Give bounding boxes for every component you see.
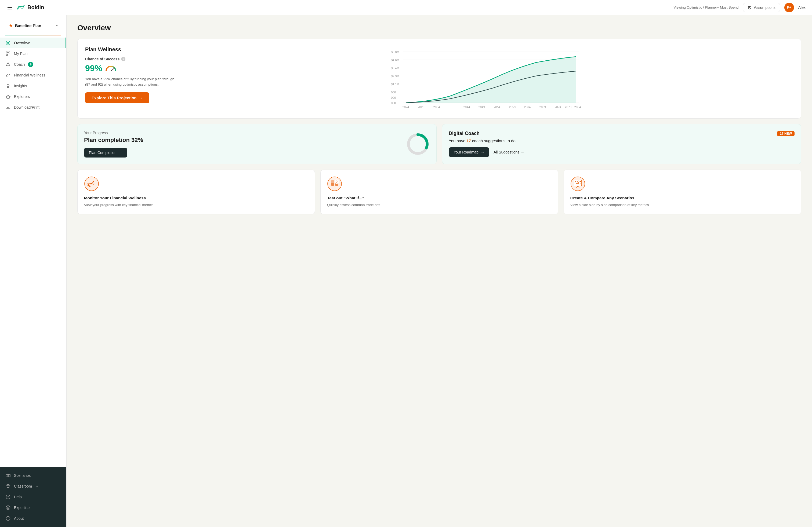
plan-completion-button[interactable]: Plan Completion →	[84, 148, 127, 157]
sidebar: ★ Baseline Plan ▾ Overview My Plan	[0, 15, 67, 527]
svg-point-5	[749, 8, 750, 9]
user-avatar[interactable]: P+	[784, 3, 794, 12]
feature-desc: View a side side by side comparison of k…	[570, 202, 795, 208]
sidebar-item-myplan[interactable]: My Plan	[0, 48, 66, 59]
svg-rect-8	[6, 52, 8, 53]
svg-text:$4.6M: $4.6M	[391, 59, 399, 62]
financial-wellness-icon	[5, 73, 11, 78]
sidebar-item-classroom[interactable]: Classroom ↗	[0, 481, 66, 492]
sidebar-item-scenarios[interactable]: Scenarios	[0, 470, 66, 481]
plan-wellness-card: Plan Wellness Chance of Success i 99%	[77, 39, 801, 119]
svg-point-23	[7, 507, 9, 509]
progress-value: Plan completion 32%	[84, 137, 400, 144]
wellness-chart: $5.8M $4.6M $3.4M $2.3M $1.1M 000 000 00…	[176, 46, 794, 111]
svg-text:$5.8M: $5.8M	[391, 50, 399, 54]
plan-star-icon: ★	[9, 22, 13, 28]
features-row: Monitor Your Financial Wellness View you…	[77, 169, 801, 214]
nav-right: Viewing Optimistic / Planner+ Must Spend…	[673, 3, 806, 12]
coach-icon	[5, 62, 11, 67]
user-initials: P+	[787, 5, 791, 10]
chevron-down-icon: ▾	[56, 24, 58, 27]
svg-text:i: i	[8, 517, 8, 520]
arrow-icon: →	[520, 150, 524, 154]
coach-title: Digital Coach	[449, 131, 480, 136]
info-icon[interactable]: i	[121, 57, 126, 61]
sidebar-item-financial-wellness[interactable]: Financial Wellness	[0, 70, 66, 80]
sidebar-item-download[interactable]: Download/Print	[0, 102, 66, 113]
wellness-description: You have a 99% chance of fully funding y…	[85, 76, 176, 87]
progress-info: Your Progress Plan completion 32% Plan C…	[84, 131, 400, 157]
svg-text:2029: 2029	[418, 105, 424, 109]
svg-rect-17	[6, 475, 8, 477]
sidebar-item-label: Expertise	[14, 506, 30, 510]
svg-text:2069: 2069	[539, 105, 546, 109]
donut-chart	[406, 132, 430, 156]
assumptions-button[interactable]: Assumptions	[743, 3, 780, 12]
coach-actions: Your Roadmap → All Suggestions →	[449, 147, 795, 157]
coach-badge: 6	[28, 62, 33, 67]
svg-rect-60	[331, 180, 334, 183]
coach-description: You have 17 coach suggestions to do.	[449, 138, 795, 143]
progress-label: Your Progress	[84, 131, 400, 135]
insights-icon	[5, 83, 11, 89]
explore-projection-button[interactable]: Explore This Projection →	[85, 92, 149, 103]
financial-feature-icon	[84, 176, 99, 191]
svg-text:2074: 2074	[555, 105, 561, 109]
user-name[interactable]: Alex	[798, 5, 806, 10]
svg-text:2034: 2034	[433, 105, 440, 109]
menu-button[interactable]	[6, 4, 13, 11]
coach-header: Digital Coach 17 NEW	[449, 131, 795, 136]
svg-rect-18	[8, 475, 10, 477]
scenarios-icon	[5, 473, 11, 478]
sidebar-item-label: Help	[14, 495, 22, 499]
sidebar-item-about[interactable]: i About	[0, 513, 66, 524]
svg-text:$1.1M: $1.1M	[391, 82, 399, 86]
logo: Boldin	[17, 3, 44, 12]
feature-title: Create & Compare Any Scenarios	[570, 196, 795, 200]
feature-desc: Quickly assess common trade offs	[327, 202, 551, 208]
sidebar-item-overview[interactable]: Overview	[0, 37, 66, 48]
svg-text:2064: 2064	[524, 105, 531, 109]
plan-underline	[5, 35, 61, 35]
svg-point-57	[328, 177, 342, 191]
svg-text:000: 000	[391, 91, 396, 94]
arrow-icon: →	[119, 151, 122, 155]
assumptions-label: Assumptions	[754, 5, 775, 10]
overview-icon	[5, 40, 11, 46]
svg-point-69	[580, 181, 581, 182]
gauge-icon	[105, 65, 117, 72]
plan-selector[interactable]: ★ Baseline Plan ▾	[3, 19, 63, 32]
download-icon	[5, 105, 11, 110]
sidebar-item-coach[interactable]: Coach 6	[0, 59, 66, 70]
all-suggestions-link[interactable]: All Suggestions →	[494, 150, 524, 154]
roadmap-button[interactable]: Your Roadmap →	[449, 147, 489, 157]
feature-title: Monitor Your Financial Wellness	[84, 196, 308, 200]
svg-text:?: ?	[336, 180, 338, 183]
top-nav: Boldin Viewing Optimistic / Planner+ Mus…	[0, 0, 812, 15]
svg-text:2059: 2059	[509, 105, 516, 109]
sidebar-item-insights[interactable]: Insights	[0, 80, 66, 91]
coach-highlight: 17	[466, 138, 471, 143]
your-progress-card: Your Progress Plan completion 32% Plan C…	[77, 124, 437, 164]
sidebar-item-help[interactable]: ? Help	[0, 492, 66, 502]
svg-point-15	[7, 84, 9, 86]
svg-point-22	[6, 506, 10, 510]
chance-of-success-label: Chance of Success i	[85, 57, 176, 61]
svg-text:$3.4M: $3.4M	[391, 66, 399, 70]
app-name: Boldin	[27, 4, 44, 11]
svg-point-70	[580, 183, 581, 184]
classroom-icon	[5, 483, 11, 489]
svg-point-7	[7, 42, 9, 44]
digital-coach-card: Digital Coach 17 NEW You have 17 coach s…	[442, 124, 801, 164]
svg-point-3	[748, 6, 750, 7]
sidebar-bottom: Scenarios Classroom ↗ ? Help Expertise	[0, 467, 66, 527]
plan-name: Baseline Plan	[15, 23, 54, 28]
feature-card-financial: Monitor Your Financial Wellness View you…	[77, 169, 315, 214]
nav-left: Boldin	[6, 3, 44, 12]
sidebar-item-explorers[interactable]: Explorers	[0, 91, 66, 102]
sidebar-item-expertise[interactable]: Expertise	[0, 502, 66, 513]
scenarios-feature-icon	[570, 176, 585, 191]
whatif-feature-icon: ?	[327, 176, 342, 191]
sidebar-item-label: About	[14, 516, 24, 521]
svg-text:2024: 2024	[403, 105, 409, 109]
